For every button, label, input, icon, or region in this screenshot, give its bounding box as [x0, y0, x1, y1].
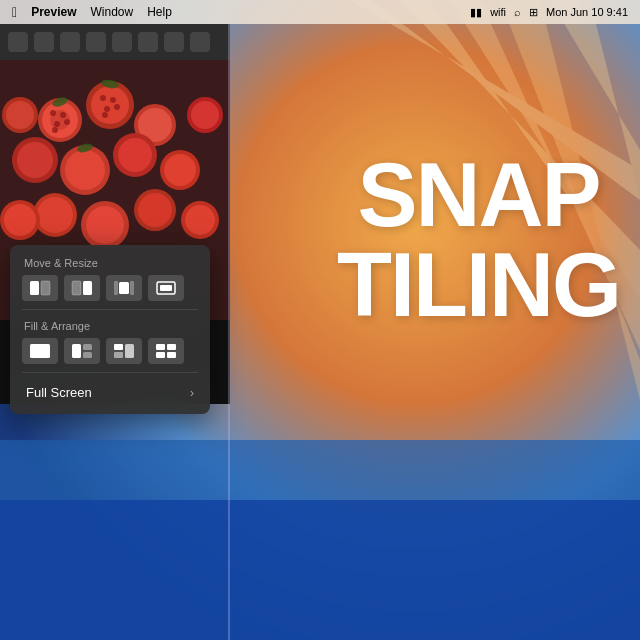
menu-bar-right: ▮▮ wifi ⌕ ⊞ Mon Jun 10 9:41: [470, 6, 628, 19]
svg-rect-66: [114, 352, 123, 358]
svg-point-28: [86, 206, 124, 244]
apple-menu[interactable]: : [12, 4, 17, 20]
svg-point-30: [138, 193, 172, 227]
menu-bar-items: Window Help: [91, 5, 172, 19]
toolbar-button-5[interactable]: [112, 32, 132, 52]
svg-point-41: [54, 121, 60, 127]
wifi-icon: wifi: [490, 6, 506, 18]
fill-left-button[interactable]: [64, 338, 100, 364]
restore-button[interactable]: [148, 275, 184, 301]
svg-point-36: [6, 101, 34, 129]
section-label-fill-arrange: Fill & Arrange: [18, 318, 202, 338]
svg-rect-54: [72, 281, 81, 295]
grid-arrange-button[interactable]: [148, 338, 184, 364]
toolbar-button-6[interactable]: [138, 32, 158, 52]
datetime-display: Mon Jun 10 9:41: [546, 6, 628, 18]
menu-divider-1: [22, 309, 198, 310]
svg-point-38: [4, 204, 36, 236]
search-icon[interactable]: ⌕: [514, 6, 521, 18]
svg-point-47: [114, 104, 120, 110]
app-menu-name[interactable]: Preview: [31, 5, 76, 19]
snap-text: SNAP: [337, 150, 620, 240]
svg-point-18: [17, 142, 53, 178]
toolbar-button-3[interactable]: [60, 32, 80, 52]
svg-point-39: [50, 110, 56, 116]
split-arrange-button[interactable]: [106, 338, 142, 364]
toolbar-button-2[interactable]: [34, 32, 54, 52]
vertical-accent-line: [228, 24, 230, 640]
svg-rect-63: [83, 344, 92, 350]
svg-point-45: [110, 97, 116, 103]
toolbar-button-7[interactable]: [164, 32, 184, 52]
toolbar-button-8[interactable]: [190, 32, 210, 52]
snap-popup-menu: Move & Resize: [10, 245, 210, 414]
control-center-icon[interactable]: ⊞: [529, 6, 538, 19]
menu-help[interactable]: Help: [147, 5, 172, 19]
app-toolbar: [0, 24, 230, 60]
svg-point-42: [64, 119, 70, 125]
svg-point-32: [191, 101, 219, 129]
battery-icon: ▮▮: [470, 6, 482, 19]
move-right-button[interactable]: [64, 275, 100, 301]
move-left-button[interactable]: [22, 275, 58, 301]
svg-point-20: [65, 150, 105, 190]
svg-rect-55: [83, 281, 92, 295]
fullscreen-chevron: ›: [190, 386, 194, 400]
svg-point-34: [185, 205, 215, 235]
menu-window[interactable]: Window: [91, 5, 134, 19]
svg-point-14: [91, 86, 129, 124]
svg-point-26: [37, 197, 73, 233]
menu-bar-left:  Preview Window Help: [12, 4, 172, 20]
center-button[interactable]: [106, 275, 142, 301]
svg-point-40: [60, 112, 66, 118]
svg-rect-53: [41, 281, 50, 295]
svg-rect-58: [130, 281, 134, 295]
svg-rect-70: [156, 352, 165, 358]
tiling-text: TILING: [337, 240, 620, 330]
svg-rect-8: [0, 500, 640, 640]
section-label-move-resize: Move & Resize: [18, 255, 202, 275]
svg-rect-64: [83, 352, 92, 358]
svg-rect-56: [114, 281, 118, 295]
svg-rect-52: [30, 281, 39, 295]
svg-point-43: [52, 127, 58, 133]
svg-rect-60: [160, 285, 172, 291]
svg-point-44: [100, 95, 106, 101]
svg-point-24: [164, 154, 196, 186]
svg-rect-69: [167, 344, 176, 350]
move-resize-icons-row: [18, 275, 202, 309]
svg-rect-71: [167, 352, 176, 358]
svg-rect-57: [119, 282, 129, 294]
svg-rect-67: [125, 344, 134, 358]
toolbar-button-1[interactable]: [8, 32, 28, 52]
svg-point-46: [104, 106, 110, 112]
toolbar-button-4[interactable]: [86, 32, 106, 52]
fill-screen-button[interactable]: [22, 338, 58, 364]
menu-divider-2: [22, 372, 198, 373]
svg-rect-68: [156, 344, 165, 350]
svg-rect-61: [30, 344, 50, 358]
svg-rect-65: [114, 344, 123, 350]
svg-point-48: [102, 112, 108, 118]
hero-text-container: SNAP TILING: [337, 150, 620, 330]
fullscreen-menu-item[interactable]: Full Screen ›: [18, 381, 202, 404]
svg-rect-62: [72, 344, 81, 358]
svg-point-22: [118, 138, 152, 172]
menu-bar:  Preview Window Help ▮▮ wifi ⌕ ⊞ Mon Ju…: [0, 0, 640, 24]
fullscreen-label: Full Screen: [26, 385, 92, 400]
fill-arrange-icons-row: [18, 338, 202, 372]
